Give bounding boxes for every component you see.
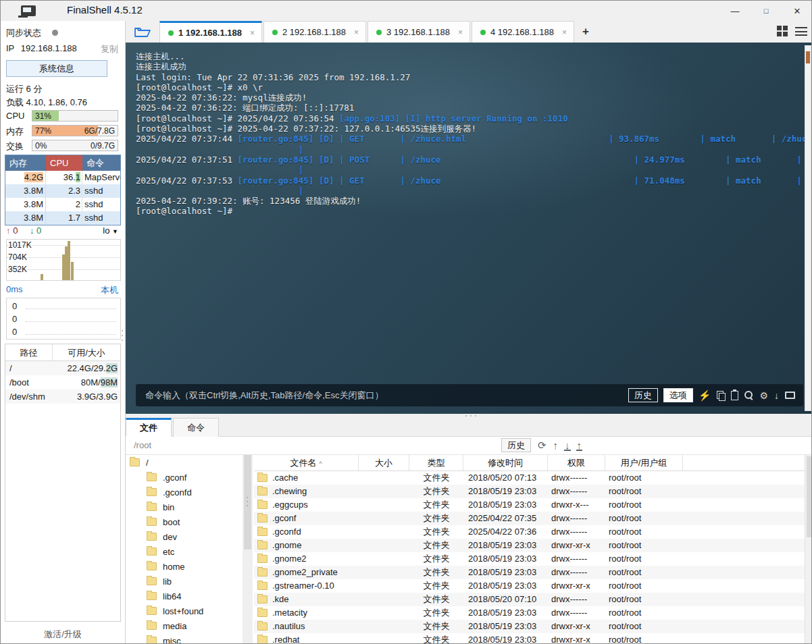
file-row[interactable]: .gnome文件夹2018/05/19 23:03drwxr-xr-xroot/…: [254, 539, 805, 552]
file-row[interactable]: .gconf文件夹2025/04/22 07:35drwx------root/…: [254, 512, 805, 525]
divider-handle[interactable]: [465, 415, 476, 417]
memory-usage-pill: 4.2G: [24, 172, 43, 182]
gear-icon[interactable]: ⚙: [759, 390, 768, 401]
tree-splitter-handle[interactable]: [247, 497, 249, 506]
tree-item[interactable]: bin: [126, 500, 243, 514]
download-icon[interactable]: ↓: [565, 439, 570, 451]
file-row[interactable]: .cache文件夹2018/05/20 07:13drwx------root/…: [254, 471, 805, 485]
activate-upgrade-link[interactable]: 激活/升级: [1, 628, 125, 641]
file-table-header[interactable]: 权限: [548, 455, 605, 471]
file-mtime-cell: 2018/05/19 23:03: [463, 539, 548, 552]
close-tab-icon[interactable]: ×: [562, 28, 567, 37]
upload-icon[interactable]: ↑: [577, 439, 582, 451]
file-table-header[interactable]: 大小: [359, 455, 409, 471]
tree-item[interactable]: boot: [126, 514, 243, 529]
file-table-scrollbar-thumb[interactable]: [807, 456, 812, 537]
tree-item[interactable]: lost+found: [126, 603, 243, 618]
file-row[interactable]: .metacity文件夹2018/05/19 23:03drwx------ro…: [254, 606, 805, 620]
tree-item[interactable]: etc: [126, 544, 243, 559]
scroll-down-icon[interactable]: ↓: [774, 390, 779, 401]
cpu-percent: 31%: [35, 111, 51, 121]
ping-gridline: [26, 321, 116, 322]
file-table-scrollbar[interactable]: [805, 455, 812, 644]
process-header-memory[interactable]: 内存: [5, 155, 46, 171]
layout-grid-icon[interactable]: [777, 26, 788, 37]
tree-item[interactable]: home: [126, 559, 243, 574]
tree-item[interactable]: .gconfd: [126, 485, 243, 500]
command-input[interactable]: 命令输入（双击Ctrl切换,Alt历史,Tab路径/命令,Esc关闭窗口）: [136, 390, 628, 402]
history-button[interactable]: 历史: [628, 388, 658, 402]
tree-item[interactable]: dev: [126, 529, 243, 544]
file-row[interactable]: .gstreamer-0.10文件夹2018/05/19 23:03drwxr-…: [254, 579, 805, 593]
file-row[interactable]: .gnome2_private文件夹2018/05/19 23:03drwx--…: [254, 566, 805, 579]
terminal-view[interactable]: 连接主机...连接主机成功Last login: Tue Apr 22 07:3…: [126, 43, 812, 414]
open-connections-button[interactable]: [131, 24, 154, 40]
file-table-header[interactable]: 类型: [409, 455, 463, 471]
tree-item[interactable]: /: [126, 455, 243, 470]
file-mtime-cell: 2018/05/19 23:03: [463, 552, 548, 566]
go-up-icon[interactable]: ↑: [553, 439, 559, 451]
folder-icon: [257, 622, 268, 630]
tree-item[interactable]: lib: [126, 574, 243, 589]
terminal-text: |: [299, 165, 304, 175]
tree-scrollbar[interactable]: [243, 455, 253, 644]
new-tab-button[interactable]: +: [576, 21, 596, 43]
process-header-cpu[interactable]: CPU: [46, 155, 82, 171]
file-panel-tab-files[interactable]: 文件: [126, 418, 172, 437]
file-table-header[interactable]: 修改时间: [463, 455, 548, 471]
traffic-bar: [68, 241, 70, 280]
chevron-down-icon: ▼: [112, 228, 118, 235]
paste-icon[interactable]: [731, 391, 738, 400]
tree-item[interactable]: lib64: [126, 589, 243, 603]
folder-icon: [257, 474, 268, 482]
file-panel-tabs: 文件命令: [126, 418, 812, 437]
sidebar-resize-handle[interactable]: [122, 330, 124, 341]
process-header-command[interactable]: 命令: [82, 155, 120, 171]
session-tab[interactable]: 2 192.168.1.188×: [263, 21, 366, 43]
memory-meter: 77% 6G/7.8G: [32, 125, 118, 136]
terminal-scrollbar[interactable]: [805, 45, 811, 411]
file-panel-tab-commands[interactable]: 命令: [173, 418, 219, 437]
monitor-icon[interactable]: [785, 392, 795, 399]
terminal-scrollbar-thumb[interactable]: [806, 51, 810, 63]
terminal-line: 连接主机...: [136, 51, 795, 61]
system-info-button[interactable]: 系统信息: [6, 60, 107, 77]
search-icon[interactable]: [744, 391, 753, 400]
close-button[interactable]: ✕: [782, 1, 812, 21]
file-row[interactable]: .redhat文件夹2018/05/19 23:03drwxr-xr-xroot…: [254, 633, 805, 644]
close-tab-icon[interactable]: ×: [458, 28, 463, 37]
tree-item[interactable]: media: [126, 618, 243, 633]
session-tab[interactable]: 1 192.168.1.188×: [159, 21, 262, 43]
folder-icon: [147, 562, 157, 570]
refresh-icon[interactable]: ⟳: [538, 439, 547, 452]
interface-dropdown[interactable]: lo ▼: [103, 225, 118, 236]
file-row[interactable]: .gnome2文件夹2018/05/19 23:03drwx------root…: [254, 552, 805, 566]
command-input-bar: 命令输入（双击Ctrl切换,Alt历史,Tab路径/命令,Esc关闭窗口） 历史…: [136, 384, 803, 406]
tree-item-label: etc: [163, 547, 174, 557]
hamburger-menu-icon[interactable]: [795, 26, 807, 37]
file-table-header[interactable]: 用户/用户组: [605, 455, 683, 471]
session-tab[interactable]: 4 192.168.1.188×: [472, 21, 574, 43]
file-history-button[interactable]: 历史: [501, 438, 531, 452]
maximize-button[interactable]: □: [751, 1, 782, 21]
file-row[interactable]: .chewing文件夹2018/05/19 23:03drwx------roo…: [254, 485, 805, 498]
copy-ip-link[interactable]: 复制: [101, 43, 118, 55]
file-row[interactable]: .eggcups文件夹2018/05/19 23:03drwxr-x---roo…: [254, 498, 805, 512]
ping-host[interactable]: 本机: [101, 284, 118, 296]
disk-header-path[interactable]: 路径: [5, 344, 53, 360]
file-row[interactable]: .nautilus文件夹2018/05/19 23:03drwxr-xr-xro…: [254, 620, 805, 633]
options-button[interactable]: 选项: [663, 388, 693, 402]
file-row[interactable]: .gconfd文件夹2025/04/22 07:36drwx------root…: [254, 525, 805, 539]
tree-item[interactable]: misc: [126, 633, 243, 644]
file-table-header[interactable]: 文件名^: [254, 455, 359, 471]
disk-header-size[interactable]: 可用/大小: [53, 344, 120, 360]
lightning-icon[interactable]: ⚡: [699, 390, 711, 402]
session-tab[interactable]: 3 192.168.1.188×: [367, 21, 470, 43]
close-tab-icon[interactable]: ×: [354, 28, 359, 37]
tree-item[interactable]: .gconf: [126, 470, 243, 485]
copy-icon[interactable]: [717, 391, 725, 400]
close-tab-icon[interactable]: ×: [250, 28, 255, 38]
minimize-button[interactable]: —: [719, 1, 751, 21]
file-row[interactable]: .kde文件夹2018/05/20 07:10drwx------root/ro…: [254, 593, 805, 606]
path-input[interactable]: /root: [134, 440, 151, 450]
